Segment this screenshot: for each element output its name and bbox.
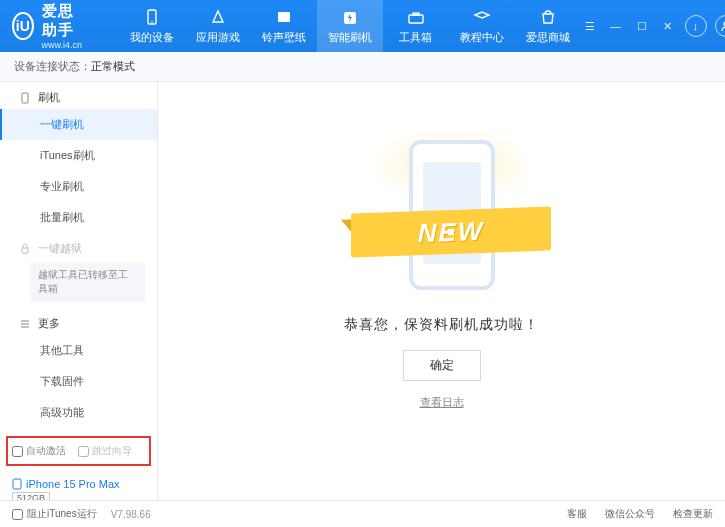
menu-icon[interactable]: ☰ — [581, 17, 599, 35]
sidebar-section-flash[interactable]: 刷机 — [0, 82, 157, 109]
skip-guide-checkbox[interactable]: 跳过向导 — [78, 444, 132, 458]
device-info[interactable]: iPhone 15 Pro Max 512GB iPhone — [0, 474, 157, 500]
app-logo: iU 爱思助手 www.i4.cn — [12, 2, 89, 50]
more-icon — [18, 317, 32, 331]
block-itunes-checkbox[interactable]: 阻止iTunes运行 — [12, 507, 97, 521]
sidebar-jailbreak-note[interactable]: 越狱工具已转移至工具箱 — [30, 262, 145, 302]
status-bar: 设备连接状态： 正常模式 — [0, 52, 725, 82]
sidebar-item-advanced[interactable]: 高级功能 — [0, 397, 157, 428]
svg-rect-8 — [22, 248, 28, 253]
success-illustration: NEW — [337, 122, 547, 302]
sidebar-item-pro[interactable]: 专业刷机 — [0, 171, 157, 202]
maximize-button[interactable]: ☐ — [633, 17, 651, 35]
tutorial-icon — [472, 8, 492, 28]
device-name: iPhone 15 Pro Max — [12, 478, 145, 490]
logo-icon: iU — [12, 12, 34, 40]
nav-flash[interactable]: 智能刷机 — [317, 0, 383, 52]
version-label: V7.98.66 — [111, 509, 151, 520]
status-value: 正常模式 — [91, 59, 135, 74]
footer-wechat-link[interactable]: 微信公众号 — [605, 507, 655, 521]
svg-rect-12 — [13, 479, 21, 489]
phone-icon — [18, 91, 32, 105]
nav-my-device[interactable]: 我的设备 — [119, 0, 185, 52]
user-icon[interactable] — [715, 15, 725, 37]
flash-icon — [340, 8, 360, 28]
svg-point-1 — [151, 21, 153, 23]
device-icon — [142, 8, 162, 28]
sidebar-item-download[interactable]: 下载固件 — [0, 366, 157, 397]
device-storage: 512GB — [12, 492, 50, 500]
minimize-button[interactable]: — — [607, 17, 625, 35]
success-message: 恭喜您，保资料刷机成功啦！ — [344, 316, 539, 334]
footer-support-link[interactable]: 客服 — [567, 507, 587, 521]
wallpaper-icon — [274, 8, 294, 28]
view-log-link[interactable]: 查看日志 — [420, 395, 464, 410]
apps-icon — [208, 8, 228, 28]
auto-activate-checkbox[interactable]: 自动激活 — [12, 444, 66, 458]
options-box: 自动激活 跳过向导 — [6, 436, 151, 466]
svg-rect-5 — [413, 13, 419, 15]
sidebar-item-other[interactable]: 其他工具 — [0, 335, 157, 366]
app-title: 爱思助手 — [42, 2, 89, 40]
ok-button[interactable]: 确定 — [403, 350, 481, 381]
mall-icon — [538, 8, 558, 28]
svg-rect-4 — [409, 15, 423, 23]
nav-ringtone[interactable]: 铃声壁纸 — [251, 0, 317, 52]
nav-apps[interactable]: 应用游戏 — [185, 0, 251, 52]
sidebar-section-more[interactable]: 更多 — [0, 308, 157, 335]
svg-rect-2 — [278, 12, 290, 22]
sidebar-section-jailbreak: 一键越狱 — [0, 233, 157, 260]
download-icon[interactable]: ↓ — [685, 15, 707, 37]
new-banner: NEW — [351, 207, 551, 258]
sidebar-item-itunes[interactable]: iTunes刷机 — [0, 140, 157, 171]
svg-rect-7 — [22, 93, 28, 103]
nav-tutorial[interactable]: 教程中心 — [449, 0, 515, 52]
lock-icon — [18, 242, 32, 256]
nav-toolbox[interactable]: 工具箱 — [383, 0, 449, 52]
footer-update-link[interactable]: 检查更新 — [673, 507, 713, 521]
phone-small-icon — [12, 478, 22, 490]
close-button[interactable]: ✕ — [659, 17, 677, 35]
nav-mall[interactable]: 爱思商城 — [515, 0, 581, 52]
sidebar-item-batch[interactable]: 批量刷机 — [0, 202, 157, 233]
app-url: www.i4.cn — [42, 40, 89, 50]
status-label: 设备连接状态： — [14, 59, 91, 74]
toolbox-icon — [406, 8, 426, 28]
sidebar-item-onekey[interactable]: 一键刷机 — [0, 109, 157, 140]
